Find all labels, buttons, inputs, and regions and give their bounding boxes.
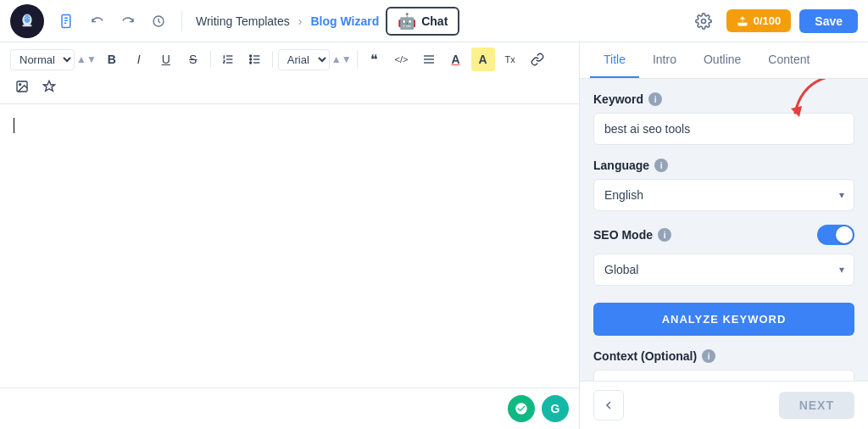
save-button[interactable]: Save [799,9,858,33]
svg-point-23 [249,62,251,64]
seo-mode-group: SEO Mode i Global USA UK ▾ [593,225,854,286]
panel-body: Keyword i Language [580,79,868,381]
top-nav: Writing Templates › Blog Wizard 🤖 Chat 0… [0,0,868,42]
grammar-check-icon[interactable] [508,395,535,422]
ordered-list-button[interactable] [216,47,240,71]
blog-wizard-link[interactable]: Blog Wizard [310,14,379,28]
editor-footer: G [0,387,579,429]
keyword-field-wrapper [593,113,854,145]
language-label: Language i [593,159,854,172]
svg-point-2 [25,14,31,23]
redo-btn[interactable] [115,8,141,34]
token-counter-button[interactable]: 0/100 [726,9,792,32]
tab-title[interactable]: Title [590,42,639,78]
chat-button[interactable]: 🤖 Chat [386,7,459,36]
magic-button[interactable] [37,75,61,98]
token-label: 0/100 [754,14,782,27]
history-btn[interactable] [146,8,171,34]
seo-mode-toggle[interactable] [817,225,854,245]
analyze-keyword-button[interactable]: ANALYZE KEYWORD [593,303,854,336]
writing-templates-link[interactable]: Writing Templates [196,14,290,28]
text-bg-button[interactable]: A [471,47,495,71]
seo-mode-label: SEO Mode i [593,228,671,242]
cursor [14,118,14,133]
grammarly-icon[interactable]: G [542,395,569,422]
clear-format-button[interactable]: Tx [498,47,522,71]
global-select-wrapper: Global USA UK ▾ [593,254,854,286]
main-content: Normal ▲▼ B I U S [0,42,868,429]
underline-button[interactable]: U [154,47,178,71]
chat-label: Chat [421,14,448,28]
context-input[interactable] [593,370,854,381]
italic-button[interactable]: I [127,47,151,71]
image-button[interactable] [10,75,34,98]
bold-button[interactable]: B [100,47,124,71]
svg-point-5 [25,17,25,18]
nav-divider [181,11,182,31]
svg-point-6 [28,17,29,18]
language-info-icon[interactable]: i [654,159,668,172]
code-button[interactable]: </> [390,47,414,71]
panel-footer: NEXT [580,381,868,429]
undo-btn[interactable] [85,8,110,34]
svg-point-28 [19,84,21,86]
panel-tabs: Title Intro Outline Content [580,42,868,79]
editor-area: Normal ▲▼ B I U S [0,42,580,429]
language-select-wrapper: English Spanish French German ▾ [593,179,854,211]
font-select[interactable]: Arial [278,49,330,70]
nav-icons [54,8,171,34]
seo-mode-info-icon[interactable]: i [658,228,671,242]
doc-icon-btn[interactable] [54,8,80,34]
context-label: Context (Optional) i [593,349,854,363]
context-group: Context (Optional) i [593,349,854,381]
strikethrough-button[interactable]: S [181,47,205,71]
context-info-icon[interactable]: i [702,349,715,363]
svg-point-21 [249,55,251,57]
nav-right: 0/100 Save [689,7,858,36]
style-select[interactable]: Normal [10,49,75,70]
chat-emoji-icon: 🤖 [398,12,416,31]
keyword-info-icon[interactable]: i [648,92,662,106]
toggle-knob [836,226,853,243]
keyword-group: Keyword i [593,92,854,145]
logo [10,4,44,38]
svg-rect-7 [22,25,31,26]
tab-content[interactable]: Content [754,42,823,78]
unordered-list-button[interactable] [243,47,267,71]
text-color-button[interactable]: A [444,47,468,71]
settings-button[interactable] [689,7,718,36]
align-button[interactable] [417,47,441,71]
quote-button[interactable]: ❝ [363,47,387,71]
link-button[interactable] [526,47,549,71]
editor-toolbar: Normal ▲▼ B I U S [0,42,579,104]
right-panel: Title Intro Outline Content Keyword i [580,42,868,429]
svg-point-13 [701,19,705,23]
language-select[interactable]: English Spanish French German [593,179,854,211]
language-group: Language i English Spanish French German… [593,159,854,211]
svg-point-22 [249,58,251,60]
back-button[interactable] [593,390,624,421]
editor-content[interactable] [0,104,579,387]
global-select[interactable]: Global USA UK [593,254,854,286]
keyword-input[interactable] [593,113,854,145]
tab-intro[interactable]: Intro [639,42,690,78]
keyword-label: Keyword i [593,92,854,106]
tab-outline[interactable]: Outline [690,42,754,78]
seo-mode-row: SEO Mode i [593,225,854,245]
next-button[interactable]: NEXT [779,392,854,419]
